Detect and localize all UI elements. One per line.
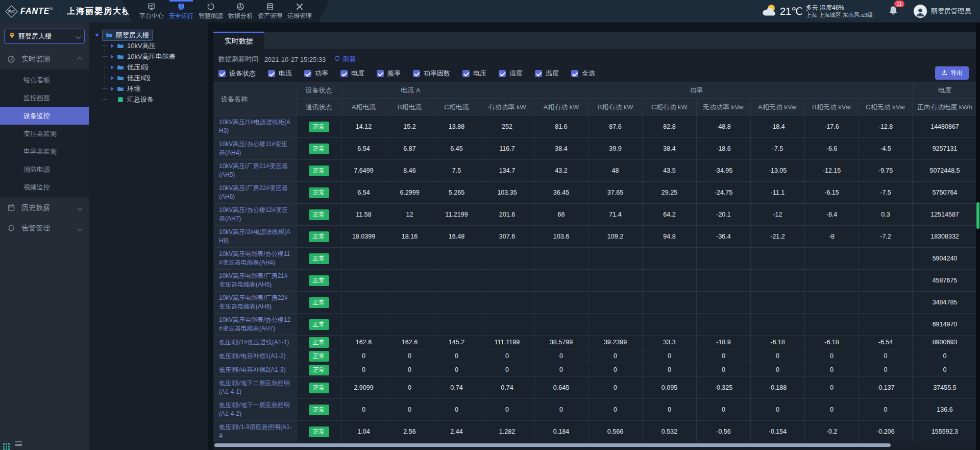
table-row: 10kV高压/办公楼12#变压器(AH7)正常11.581211.2199201… [215,204,977,226]
tree-node-低压II段[interactable]: 低压II段 [102,73,208,83]
device-name-link[interactable]: 10kV高压电能表/厂房22#变压器电能表(AH6) [215,292,297,314]
filter-checkbox-温度[interactable]: 温度 [535,69,559,78]
nav-item-label: 平台中心 [139,12,164,20]
sidebar-item-消防电源[interactable]: 消防电源 [0,160,89,178]
tree-node-root[interactable]: 丽婴房大楼 [95,30,208,40]
filter-checkbox-电流[interactable]: 电流 [268,69,292,78]
device-name-link[interactable]: 10kV高压/厂房21#变压器(AH5) [215,160,297,182]
checkbox-checked-icon [268,70,275,77]
sidebar-item-视频监控[interactable]: 视频监控 [0,178,89,196]
folder-icon [117,75,124,81]
value-cell: 0 [805,399,859,421]
refresh-button[interactable]: 刷新 [334,55,356,64]
filter-checkbox-电压[interactable]: 电压 [462,69,486,78]
col-header-device-name: 设备名称 [215,82,297,116]
device-name-link[interactable]: 10kV高压/1#电源进线柜(AH3) [215,116,297,138]
nav-item-safety-shield[interactable]: 安全运行 [166,0,196,22]
site-selector[interactable]: 丽婴房大楼 [4,29,85,44]
comm-status-cell: 正常 [297,160,341,182]
value-cell: -6.18 [805,336,859,349]
sidebar-group-实时监测[interactable]: 实时监测 [0,49,89,69]
col-header-无功功率 kVar: 无功功率 kVar [697,99,751,116]
value-cell: 0 [643,399,697,421]
device-name-link[interactable]: 低压I段/电容补偿1(A1-2) [215,349,297,363]
value-cell: 12514587 [913,204,977,226]
nav-item-asset-database[interactable]: 资产管理 [255,0,285,22]
value-cell: -6.15 [805,182,859,204]
device-name-link[interactable]: 10kV高压电能表/办公楼11#变压器电能表(AH4) [215,248,297,270]
sidebar-item-站点看板[interactable]: 站点看板 [0,71,89,89]
sidebar-item-变压器监测[interactable]: 变压器监测 [0,125,89,143]
download-icon [941,69,947,76]
device-name-link[interactable]: 低压I段/1#低压进线(A1-1) [215,336,297,349]
filter-checkbox-功率[interactable]: 功率 [304,69,328,78]
value-cell: 0.532 [643,421,697,442]
sidebar-group-告警管理[interactable]: 告警管理 [0,218,89,239]
device-name-link[interactable]: 10kV高压/厂房22#变压器(AH6) [215,182,297,204]
device-name-link[interactable]: 10kV高压/办公楼12#变压器(AH7) [215,204,297,226]
filter-checkbox-全选[interactable]: 全选 [571,69,595,78]
device-name-link[interactable]: 10kV高压电能表/厂房21#变压器电能表(AH5) [215,270,297,292]
device-name-link[interactable]: 10kV高压/2#电源进线柜(AH8) [215,226,297,248]
filter-checkbox-设备状态[interactable]: 设备状态 [218,69,256,78]
comm-status-cell: 正常 [297,116,341,138]
status-badge: 正常 [309,187,329,198]
filter-checkbox-湿度[interactable]: 湿度 [499,69,523,78]
sidebar-group-历史数据[interactable]: 历史数据 [0,198,89,218]
device-name-link[interactable]: 10kV高压/办公楼11#变压器(AH4) [215,138,297,160]
nav-item-label: 资产管理 [258,12,282,20]
device-name-link[interactable]: 10kV高压电能表/办公楼12#变压器电能表(AH7) [215,314,297,336]
vertical-scrollbar-thumb[interactable] [976,202,979,229]
caret-right-icon [111,44,114,48]
data-pie-icon [236,3,244,11]
widget-grid-handle[interactable] [3,443,5,445]
sidebar-item-设备监控[interactable]: 设备监控 [0,107,89,125]
value-cell: 0 [341,363,386,377]
device-tree-panel: 丽婴房大楼10kV高压10kV高压电能表低压I段低压II段环境汇总设备 [89,22,208,450]
tree-node-环境[interactable]: 环境 [102,83,208,94]
tree-node-10kV高压电能表[interactable]: 10kV高压电能表 [102,51,208,62]
tab-realtime-data[interactable]: 实时数据 [213,32,264,49]
value-cell: 2.44 [433,421,480,442]
export-button[interactable]: 导出 [935,66,969,80]
value-cell: 14480867 [913,116,977,138]
value-cell: -7.2 [859,226,913,248]
group-header-功率: 功率 [480,82,913,99]
sidebar-item-电容器监测[interactable]: 电容器监测 [0,143,89,160]
horizontal-scrollbar[interactable] [214,443,891,447]
device-name-link[interactable]: 低压I段/1-9层应急照明(A1-4- [215,421,297,442]
user-menu[interactable]: 丽婴房管理员 [914,5,971,18]
value-cell: 103.6 [534,226,589,248]
collapse-list-icon[interactable] [15,441,22,446]
nav-item-data-pie[interactable]: 数据分析 [226,0,255,22]
weather-icon [762,3,777,20]
notification-bell[interactable]: 11 [888,5,898,17]
filter-checkbox-功率因数[interactable]: 功率因数 [413,69,450,78]
value-cell [386,314,433,336]
nav-item-platform-monitor[interactable]: 平台中心 [137,0,166,22]
value-cell: 38.4 [534,138,589,160]
filter-checkbox-电度[interactable]: 电度 [340,69,364,78]
value-cell: 0 [433,349,480,363]
tree-node-低压I段[interactable]: 低压I段 [102,62,208,73]
value-cell: 81.6 [534,116,589,138]
device-name-link[interactable]: 低压I段/地下二层应急照明(A1-4-1) [215,377,297,399]
value-cell: 0 [913,349,977,363]
nav-item-ops-tools[interactable]: 运维管理 [285,0,314,22]
filter-checkbox-频率[interactable]: 频率 [377,69,401,78]
value-cell [480,314,534,336]
nav-item-energy-cycle[interactable]: 智慧能源 [196,0,226,22]
tree-node-label: 环境 [127,84,140,93]
comm-status-cell: 正常 [297,182,341,204]
tree-node-10kV高压[interactable]: 10kV高压 [102,40,208,51]
device-name-link[interactable]: 低压I段/电容补偿2(A1-3) [215,363,297,377]
chevron-down-icon [78,205,83,210]
value-cell: 0 [643,363,697,377]
value-cell [859,270,913,292]
logo-area: 凤特 FANTE® 上海丽婴房大楼 [7,0,131,22]
device-name-link[interactable]: 低压I段/地下一层应急照明(A1-4-2) [215,399,297,421]
sidebar-item-监控画面[interactable]: 监控画面 [0,89,89,107]
col-header-C相无功 kVar: C相无功 kVar [859,99,913,116]
value-cell: 18.16 [386,226,433,248]
tree-node-汇总设备[interactable]: 汇总设备 [102,94,208,105]
